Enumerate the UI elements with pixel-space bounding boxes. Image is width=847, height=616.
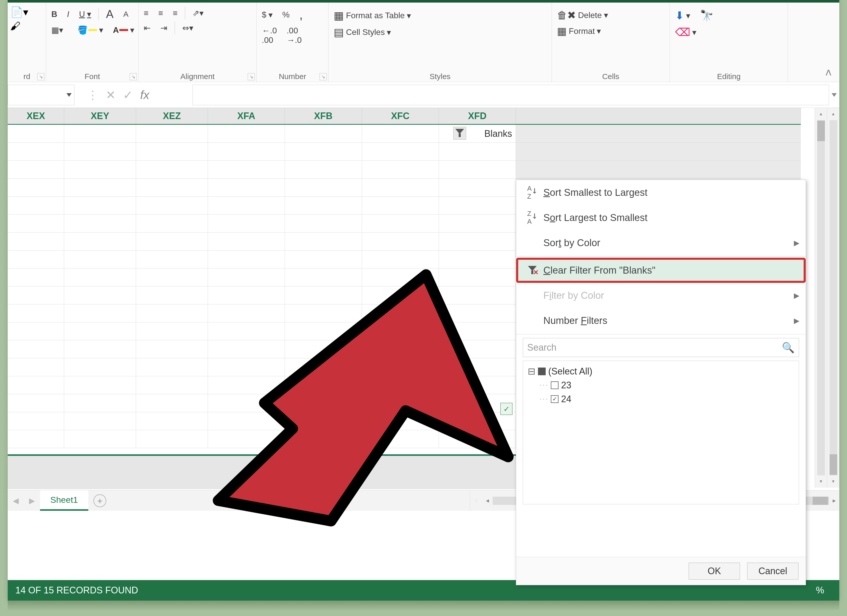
cell[interactable]	[136, 179, 208, 196]
cell[interactable]	[362, 322, 439, 340]
cell[interactable]: Blanks	[439, 125, 516, 143]
cell[interactable]	[439, 287, 516, 304]
cell[interactable]	[285, 125, 362, 143]
tab-nav-prev[interactable]: ◀	[8, 496, 24, 505]
collapse-ribbon-button[interactable]: ʌ	[825, 66, 832, 78]
cell[interactable]	[285, 394, 362, 412]
cell[interactable]	[136, 340, 208, 358]
filter-value-item[interactable]: ⋯23	[528, 378, 794, 392]
filter-value-item[interactable]: ⋯24	[528, 392, 794, 406]
cell[interactable]	[439, 214, 516, 232]
filter-dropdown-button[interactable]	[453, 127, 466, 140]
column-header[interactable]: XFC	[362, 108, 439, 124]
cell[interactable]	[64, 340, 136, 358]
cell[interactable]	[64, 358, 136, 376]
sort-descending-item[interactable]: ZA↓ Sort Largest to Smallest Sort Larges…	[516, 205, 806, 230]
cell-styles-button[interactable]: ▤ Cell Styles▾	[331, 25, 394, 40]
align-middle-button[interactable]: ≡	[156, 7, 166, 19]
cell[interactable]	[64, 269, 136, 287]
cell[interactable]	[285, 179, 362, 196]
borders-button[interactable]: ▦▾	[49, 24, 66, 36]
ok-button[interactable]: OK	[689, 563, 740, 579]
cell[interactable]	[208, 161, 285, 179]
cell[interactable]	[208, 412, 285, 430]
decrease-indent-button[interactable]: ⇤	[141, 22, 153, 34]
cell[interactable]	[8, 232, 64, 251]
cell[interactable]	[285, 287, 362, 304]
cell[interactable]	[439, 196, 516, 214]
cell[interactable]	[208, 251, 285, 269]
cell[interactable]	[8, 161, 64, 179]
cell[interactable]	[136, 196, 208, 214]
cell[interactable]	[285, 322, 362, 340]
cell[interactable]	[208, 322, 285, 340]
cell[interactable]	[8, 251, 64, 269]
scroll-down-button[interactable]: ▼	[829, 477, 838, 486]
copy-icon[interactable]: 📄▾	[10, 6, 28, 18]
checkbox-icon[interactable]	[551, 381, 559, 389]
cell[interactable]	[136, 394, 208, 412]
cell[interactable]	[285, 251, 362, 269]
cell[interactable]	[285, 269, 362, 287]
cell[interactable]	[439, 322, 516, 340]
find-select-button[interactable]: 🔭	[697, 8, 716, 23]
italic-button[interactable]: I	[65, 9, 72, 20]
sheet-tab-active[interactable]: Sheet1	[40, 490, 88, 511]
cell[interactable]	[8, 125, 64, 143]
formula-input[interactable]	[192, 85, 829, 105]
cell[interactable]	[208, 376, 285, 394]
cell[interactable]	[64, 322, 136, 340]
cell[interactable]	[439, 269, 516, 287]
insert-function-button[interactable]: fx	[140, 88, 149, 102]
cell[interactable]	[8, 143, 64, 161]
cell[interactable]	[136, 161, 208, 179]
cell[interactable]	[8, 394, 64, 412]
filter-values-list[interactable]: ⊟ (Select All) ⋯23⋯24	[523, 360, 799, 504]
merge-center-button[interactable]: ⇔▾	[180, 22, 196, 34]
add-sheet-button[interactable]: ＋	[93, 494, 106, 507]
format-cells-button[interactable]: ▦ Format▾	[555, 24, 604, 38]
cell[interactable]	[208, 340, 285, 358]
tab-nav-next[interactable]: ▶	[24, 496, 40, 505]
cell[interactable]	[64, 304, 136, 322]
cancel-formula-button[interactable]: ✕	[106, 88, 116, 102]
cell[interactable]	[136, 358, 208, 376]
cell[interactable]	[64, 196, 136, 214]
cell[interactable]	[8, 322, 64, 340]
cell[interactable]	[136, 125, 208, 143]
scroll-left-button[interactable]: ◀	[482, 496, 493, 506]
format-as-table-button[interactable]: ▦ Format as Table▾	[331, 8, 413, 23]
expand-formula-bar-button[interactable]	[829, 85, 839, 105]
column-header[interactable]: XEZ	[136, 108, 208, 124]
cell[interactable]	[285, 412, 362, 430]
cell[interactable]	[64, 143, 136, 161]
cell[interactable]	[439, 304, 516, 322]
align-top-button[interactable]: ≡	[141, 7, 151, 19]
cell[interactable]	[8, 340, 64, 358]
cell[interactable]	[208, 269, 285, 287]
scroll-up-button[interactable]: ▲	[816, 109, 826, 118]
cell[interactable]	[439, 143, 516, 161]
cell[interactable]	[8, 376, 64, 394]
clipboard-launcher[interactable]	[37, 73, 44, 80]
cell[interactable]	[439, 340, 516, 358]
cell[interactable]	[285, 214, 362, 232]
decrease-decimal-button[interactable]: .00→.0	[284, 25, 304, 46]
cell[interactable]	[136, 287, 208, 304]
orientation-button[interactable]: ⇗▾	[190, 7, 206, 19]
underline-button[interactable]: U▾	[77, 8, 94, 20]
cell[interactable]	[362, 232, 439, 251]
enter-formula-button[interactable]: ✓	[123, 88, 133, 102]
scroll-down-button[interactable]: ▼	[816, 477, 826, 486]
cell[interactable]	[362, 161, 439, 179]
cell[interactable]	[362, 394, 439, 412]
cell[interactable]	[208, 214, 285, 232]
cell[interactable]	[8, 269, 64, 287]
column-header[interactable]: XFB	[285, 108, 362, 124]
number-launcher[interactable]	[320, 73, 327, 80]
cell[interactable]	[208, 287, 285, 304]
scroll-up-button[interactable]: ▲	[829, 109, 838, 118]
clear-button[interactable]: ⌫▾	[673, 25, 699, 40]
cell[interactable]	[136, 430, 208, 448]
zoom-indicator[interactable]: %	[801, 580, 839, 601]
